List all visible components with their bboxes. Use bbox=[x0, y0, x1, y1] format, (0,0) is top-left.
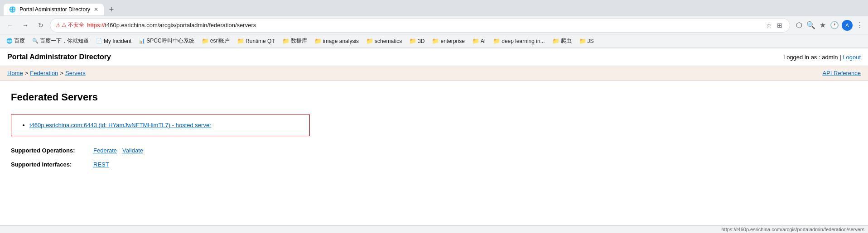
main-content: Federated Servers t460p.esrichina.com:64… bbox=[0, 81, 868, 179]
bookmark-schematics-label: schematics bbox=[375, 38, 402, 44]
folder-imageanalysis-icon: 📁 bbox=[314, 38, 322, 44]
bookmark-baidu-label: 百度 bbox=[14, 37, 25, 45]
logout-link[interactable]: Logout bbox=[843, 54, 861, 61]
bookmark-icon[interactable]: ★ bbox=[818, 21, 827, 30]
folder-esri-icon: 📁 bbox=[202, 38, 209, 44]
address-bar[interactable]: ⚠ ⚠ 不安全 https://t460p.esrichina.com/arcg… bbox=[50, 18, 790, 33]
server-list-box: t460p.esrichina.com:6443 (id: HYamJwNFTM… bbox=[11, 114, 310, 136]
bookmark-database-label: 数据库 bbox=[291, 37, 307, 45]
bookmark-spcc[interactable]: 📊 SPCC呼叫中心系统 bbox=[136, 36, 197, 46]
bookmark-runtimeqt[interactable]: 📁 Runtime QT bbox=[234, 37, 278, 45]
folder-runtimeqt-icon: 📁 bbox=[237, 38, 244, 44]
bookmark-baidu[interactable]: 🌐 百度 bbox=[4, 36, 28, 46]
bookmark-myincident[interactable]: 📄 My Incident bbox=[93, 37, 134, 45]
folder-database-icon: 📁 bbox=[282, 38, 289, 44]
bookmark-spider-label: 爬虫 bbox=[561, 37, 572, 45]
url-display: https://t460p.esrichina.com/arcgis/porta… bbox=[87, 22, 762, 29]
breadcrumb-sep1: > bbox=[25, 70, 29, 76]
federate-link[interactable]: Federate bbox=[93, 147, 117, 154]
bookmark-baiduyixia-label: 百度一下，你就知道 bbox=[40, 37, 89, 45]
tab-close-icon[interactable]: ✕ bbox=[94, 6, 98, 13]
nav-bar: ← → ↻ ⚠ ⚠ 不安全 https://t460p.esrichina.co… bbox=[0, 16, 868, 34]
operations-links: Federate Validate bbox=[93, 147, 143, 154]
active-tab[interactable]: 🌐 Portal Administrator Directory ✕ bbox=[4, 4, 104, 15]
breadcrumb-federation[interactable]: Federation bbox=[30, 70, 58, 76]
bookmark-runtimeqt-label: Runtime QT bbox=[246, 38, 275, 44]
api-reference-link[interactable]: API Reference bbox=[822, 70, 861, 76]
forward-button[interactable]: → bbox=[19, 19, 32, 32]
supported-operations-label: Supported Operations: bbox=[11, 147, 88, 154]
translate-icon[interactable]: ⊞ bbox=[775, 21, 784, 30]
bookmark-spider[interactable]: 📁 爬虫 bbox=[550, 36, 574, 46]
folder-spider-icon: 📁 bbox=[552, 38, 559, 44]
server-link[interactable]: t460p.esrichina.com:6443 (id: HYamJwNFTM… bbox=[29, 122, 211, 128]
zoom-icon[interactable]: 🔍 bbox=[806, 21, 815, 30]
page-content: Portal Administrator Directory Logged in… bbox=[0, 48, 868, 179]
baiduyixia-favicon: 🔍 bbox=[32, 38, 39, 44]
bookmark-baiduyixia[interactable]: 🔍 百度一下，你就知道 bbox=[29, 36, 92, 46]
bookmark-spcc-label: SPCC呼叫中心系统 bbox=[146, 37, 194, 45]
tab-title: Portal Administrator Directory bbox=[19, 6, 90, 13]
new-tab-button[interactable]: + bbox=[106, 4, 117, 15]
portal-header: Portal Administrator Directory Logged in… bbox=[0, 48, 868, 66]
spcc-favicon: 📊 bbox=[139, 38, 145, 44]
extensions-icon[interactable]: ⬡ bbox=[795, 21, 804, 30]
bookmark-imageanalysis[interactable]: 📁 image analysis bbox=[312, 37, 362, 45]
baidu-favicon: 🌐 bbox=[6, 38, 13, 44]
portal-login-area: Logged in as : admin | Logout bbox=[783, 54, 861, 61]
bookmark-esri[interactable]: 📁 esri账户 bbox=[199, 36, 232, 46]
bookmark-3d[interactable]: 📁 3D bbox=[406, 37, 427, 45]
operations-row: Supported Operations: Federate Validate bbox=[11, 147, 857, 154]
folder-schematics-icon: 📁 bbox=[366, 38, 373, 44]
history-icon[interactable]: 🕐 bbox=[830, 21, 839, 30]
browser-chrome: 🌐 Portal Administrator Directory ✕ + ← →… bbox=[0, 0, 868, 48]
breadcrumb-sep2: > bbox=[60, 70, 63, 76]
portal-title: Portal Administrator Directory bbox=[7, 53, 111, 61]
bookmark-enterprise-label: enterprise bbox=[440, 38, 464, 44]
url-rest: t460p.esrichina.com/arcgis/portaladmin/f… bbox=[105, 22, 256, 29]
bookmark-enterprise[interactable]: 📁 enterprise bbox=[429, 37, 467, 45]
rest-link[interactable]: REST bbox=[93, 161, 109, 168]
bookmark-deeplearning-label: deep learning in... bbox=[502, 38, 545, 44]
folder-deeplearning-icon: 📁 bbox=[493, 38, 500, 44]
list-item: t460p.esrichina.com:6443 (id: HYamJwNFTM… bbox=[29, 122, 300, 128]
folder-ai-icon: 📁 bbox=[472, 38, 479, 44]
breadcrumb: Home > Federation > Servers bbox=[7, 70, 86, 76]
server-list: t460p.esrichina.com:6443 (id: HYamJwNFTM… bbox=[20, 122, 300, 128]
breadcrumb-home[interactable]: Home bbox=[7, 70, 23, 76]
folder-3d-icon: 📁 bbox=[409, 38, 416, 44]
reload-button[interactable]: ↻ bbox=[34, 19, 47, 32]
bookmarks-bar: 🌐 百度 🔍 百度一下，你就知道 📄 My Incident 📊 SPCC呼叫中… bbox=[0, 34, 868, 48]
myincident-favicon: 📄 bbox=[96, 38, 102, 44]
breadcrumb-servers[interactable]: Servers bbox=[65, 70, 86, 76]
bookmark-myincident-label: My Incident bbox=[104, 38, 131, 44]
folder-enterprise-icon: 📁 bbox=[432, 38, 439, 44]
logged-in-label: Logged in as : admin bbox=[783, 54, 838, 61]
bookmark-database[interactable]: 📁 数据库 bbox=[280, 36, 310, 46]
bookmark-schematics[interactable]: 📁 schematics bbox=[363, 37, 405, 45]
interfaces-row: Supported Interfaces: REST bbox=[11, 161, 857, 168]
bookmark-js[interactable]: 📁 JS bbox=[576, 37, 597, 45]
menu-icon[interactable]: ⋮ bbox=[855, 21, 864, 30]
back-button[interactable]: ← bbox=[4, 19, 16, 32]
breadcrumb-bar: Home > Federation > Servers API Referenc… bbox=[0, 66, 868, 81]
bookmark-star-icon[interactable]: ☆ bbox=[764, 21, 773, 30]
bookmark-imageanalysis-label: image analysis bbox=[323, 38, 359, 44]
supported-interfaces-label: Supported Interfaces: bbox=[11, 161, 88, 168]
bookmark-js-label: JS bbox=[588, 38, 594, 44]
profile-button[interactable]: A bbox=[842, 20, 853, 31]
tab-bar: 🌐 Portal Administrator Directory ✕ + bbox=[0, 0, 868, 16]
folder-js-icon: 📁 bbox=[579, 38, 586, 44]
validate-link[interactable]: Validate bbox=[122, 147, 143, 154]
interfaces-links: REST bbox=[93, 161, 109, 168]
bookmark-ai[interactable]: 📁 AI bbox=[469, 37, 488, 45]
bookmark-3d-label: 3D bbox=[418, 38, 424, 44]
bookmark-ai-label: AI bbox=[481, 38, 486, 44]
toolbar-right: ⬡ 🔍 ★ 🕐 A ⋮ bbox=[795, 20, 864, 31]
page-title: Federated Servers bbox=[11, 91, 857, 103]
tab-favicon: 🌐 bbox=[9, 6, 16, 13]
bookmark-esri-label: esri账户 bbox=[210, 37, 230, 45]
bookmark-deeplearning[interactable]: 📁 deep learning in... bbox=[490, 37, 547, 45]
address-actions: ☆ ⊞ bbox=[764, 21, 784, 30]
api-reference-area: API Reference bbox=[822, 70, 861, 76]
